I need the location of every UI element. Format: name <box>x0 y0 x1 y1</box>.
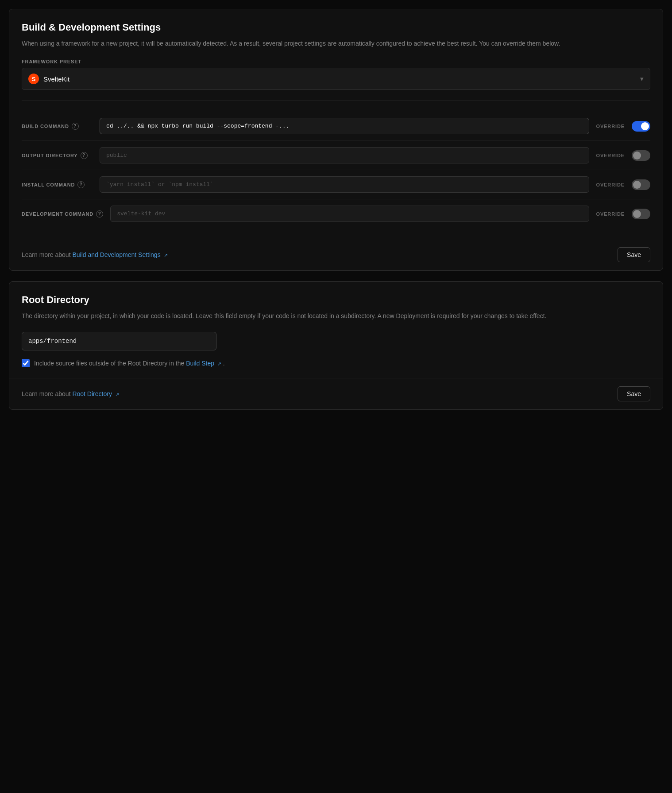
root-directory-link[interactable]: Root Directory ↗ <box>72 390 119 397</box>
sveltekit-icon: S <box>28 74 39 84</box>
build-command-toggle-slider <box>632 121 650 132</box>
build-step-link[interactable]: Build Step ↗ <box>186 360 223 367</box>
include-source-files-row: Include source files outside of the Root… <box>22 359 650 367</box>
build-settings-save-button[interactable]: Save <box>618 247 650 262</box>
output-directory-toggle-slider <box>632 150 650 161</box>
framework-value: SvelteKit <box>43 75 70 83</box>
build-settings-link[interactable]: Build and Development Settings ↗ <box>72 251 167 258</box>
install-command-row: INSTALL COMMAND ? OVERRIDE <box>22 170 650 199</box>
build-command-override-label: OVERRIDE <box>596 124 625 129</box>
development-command-label: DEVELOPMENT COMMAND ? <box>22 210 103 218</box>
build-settings-title: Build & Development Settings <box>22 22 650 33</box>
build-command-input[interactable] <box>100 118 589 134</box>
build-settings-card: Build & Development Settings When using … <box>9 9 663 271</box>
root-directory-save-button[interactable]: Save <box>618 386 650 401</box>
development-command-row: DEVELOPMENT COMMAND ? OVERRIDE <box>22 199 650 228</box>
root-directory-input[interactable] <box>22 332 216 350</box>
framework-select[interactable]: S SvelteKit ▾ <box>22 68 650 90</box>
build-settings-description: When using a framework for a new project… <box>22 39 650 48</box>
root-directory-title: Root Directory <box>22 294 650 306</box>
development-command-help-icon[interactable]: ? <box>96 210 103 218</box>
output-directory-help-icon[interactable]: ? <box>81 152 88 159</box>
build-command-label: BUILD COMMAND ? <box>22 123 93 130</box>
build-command-help-icon[interactable]: ? <box>72 123 79 130</box>
root-directory-description: The directory within your project, in wh… <box>22 311 650 321</box>
development-command-override-toggle[interactable] <box>632 209 650 219</box>
build-settings-footer: Learn more about Build and Development S… <box>9 239 663 270</box>
include-source-label: Include source files outside of the Root… <box>34 360 225 367</box>
install-command-help-icon[interactable]: ? <box>77 181 85 188</box>
development-command-toggle-slider <box>632 209 650 219</box>
chevron-down-icon: ▾ <box>640 75 644 83</box>
install-command-label: INSTALL COMMAND ? <box>22 181 93 188</box>
root-directory-card: Root Directory The directory within your… <box>9 281 663 409</box>
root-directory-external-icon: ↗ <box>115 392 119 397</box>
output-directory-override-label: OVERRIDE <box>596 153 625 158</box>
root-directory-footer-text: Learn more about Root Directory ↗ <box>22 390 119 397</box>
development-command-input[interactable] <box>110 206 589 222</box>
build-settings-footer-text: Learn more about Build and Development S… <box>22 251 168 258</box>
framework-label: FRAMEWORK PRESET <box>22 59 650 64</box>
install-command-input[interactable] <box>100 176 589 193</box>
output-directory-row: OUTPUT DIRECTORY ? OVERRIDE <box>22 140 650 170</box>
development-command-override-label: OVERRIDE <box>596 211 625 217</box>
output-directory-label: OUTPUT DIRECTORY ? <box>22 152 93 159</box>
include-source-files-checkbox[interactable] <box>22 359 30 367</box>
output-directory-input[interactable] <box>100 147 589 163</box>
build-command-row: BUILD COMMAND ? OVERRIDE <box>22 112 650 140</box>
install-command-toggle-slider <box>632 179 650 190</box>
build-settings-external-icon: ↗ <box>164 253 168 258</box>
install-command-override-toggle[interactable] <box>632 179 650 190</box>
build-command-override-toggle[interactable] <box>632 121 650 132</box>
install-command-override-label: OVERRIDE <box>596 182 625 187</box>
output-directory-override-toggle[interactable] <box>632 150 650 161</box>
section-divider <box>22 101 650 101</box>
root-directory-footer: Learn more about Root Directory ↗ Save <box>9 378 663 409</box>
build-step-external-icon: ↗ <box>217 361 221 367</box>
